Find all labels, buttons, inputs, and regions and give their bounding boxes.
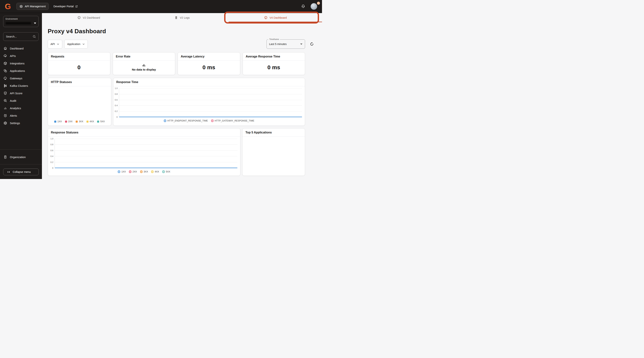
refresh-icon[interactable] — [310, 42, 314, 46]
developer-portal-link[interactable]: Developer Portal — [54, 5, 78, 8]
charts-row-1: HTTP Statuses 1XX2XX3XX4XX5XX Response T… — [48, 78, 305, 126]
avatar-wrap — [311, 3, 317, 10]
legend-item-http_gateway_response_time[interactable]: HTTP_GATEWAY_RESPONSE_TIME — [211, 119, 254, 122]
collapse-menu-button[interactable]: Collapse menu — [3, 168, 39, 175]
sidebar-item-settings[interactable]: Settings — [0, 119, 42, 127]
sidebar-item-integrations[interactable]: Integrations — [0, 60, 42, 67]
environment-select[interactable]: Environment — [3, 16, 38, 27]
requests-value: 0 — [48, 61, 110, 74]
timeframe-select[interactable]: Timeframe Last 5 minutes — [266, 39, 305, 49]
legend-swatch — [162, 170, 165, 173]
legend-swatch — [140, 170, 142, 173]
response-time-legend: HTTP_ENDPOINT_RESPONSE_TIMEHTTP_GATEWAY_… — [113, 119, 305, 122]
sidebar-item-kafka-clusters[interactable]: Kafka Clusters — [0, 82, 42, 89]
svg-text:G: G — [5, 2, 11, 11]
legend-label: HTTP_ENDPOINT_RESPONSE_TIME — [167, 119, 208, 122]
legend-label: 3XX — [144, 170, 148, 173]
chevron-down-icon — [57, 43, 60, 46]
notifications-bell-icon[interactable] — [301, 4, 306, 9]
developer-portal-label: Developer Portal — [54, 5, 74, 8]
sidebar-item-analytics[interactable]: Analytics — [0, 104, 42, 112]
sidebar-item-api-score[interactable]: API Score — [0, 89, 42, 97]
tab-label: V4 Dashboard — [270, 16, 287, 19]
sidebar-item-label: Audit — [10, 99, 16, 102]
response-statuses-chart: 1.00.80.60.40.20 — [49, 139, 238, 168]
gridline — [55, 150, 238, 151]
sidebar-item-alerts[interactable]: Alerts — [0, 112, 42, 119]
sidebar-item-label: Integrations — [10, 62, 24, 65]
legend-swatch — [86, 121, 88, 123]
stat-cards-row: Requests 0 Error Rate — [48, 52, 305, 75]
top-5-applications-card: Top 5 Applications — [242, 128, 305, 176]
legend-item-5xx[interactable]: 5XX — [97, 120, 105, 123]
sidebar-item-audit[interactable]: Audit — [0, 97, 42, 104]
timeframe-label: Timeframe — [268, 38, 280, 40]
y-tick-label: 1.0 — [115, 87, 118, 89]
sidebar-item-dashboard[interactable]: Dashboard — [0, 45, 42, 52]
shield-check-icon — [3, 91, 7, 95]
sidebar-item-label: Gateways — [10, 77, 22, 80]
gauge-icon — [264, 16, 268, 20]
gridline — [55, 139, 238, 139]
card-title: Top 5 Applications — [242, 128, 305, 137]
tab-v2-dashboard[interactable]: V2 Dashboard — [42, 13, 135, 22]
legend-item-1xx[interactable]: 1XX — [54, 120, 62, 123]
average-latency-value: 0 ms — [178, 61, 240, 74]
legend-swatch — [118, 170, 120, 173]
sidebar-item-organization[interactable]: Organization — [0, 153, 42, 161]
legend-swatch — [211, 119, 214, 122]
dashboard-tabbar: V2 DashboardV2 LogsV4 Dashboard — [42, 13, 322, 22]
legend-item-4xx[interactable]: 4XX — [151, 170, 159, 173]
sidebar-item-label: API Score — [10, 92, 22, 95]
application-filter-dropdown[interactable]: Application — [64, 40, 88, 49]
http-statuses-card: HTTP Statuses 1XX2XX3XX4XX5XX — [48, 78, 111, 126]
requests-card: Requests 0 — [48, 52, 110, 75]
legend-label: 1XX — [121, 170, 126, 173]
main-content: Proxy v4 Dashboard API Application Timef… — [42, 22, 322, 179]
gridline — [119, 105, 302, 106]
legend-item-3xx[interactable]: 3XX — [140, 170, 148, 173]
gravitee-logo[interactable]: G — [5, 2, 12, 11]
timeframe-value: Last 5 minutes — [269, 43, 286, 46]
legend-item-4xx[interactable]: 4XX — [86, 120, 94, 123]
kafka-icon — [3, 84, 7, 88]
api-management-button[interactable]: API Management — [16, 3, 49, 10]
gridline — [119, 100, 302, 100]
sidebar: Environment DashboardAPIsIntegrationsApp… — [0, 13, 42, 179]
legend-item-2xx[interactable]: 2XX — [129, 170, 137, 173]
user-avatar[interactable] — [311, 3, 317, 10]
legend-item-http_endpoint_response_time[interactable]: HTTP_ENDPOINT_RESPONSE_TIME — [164, 119, 208, 122]
gear-icon — [3, 121, 7, 125]
sidebar-item-apis[interactable]: APIs — [0, 52, 42, 60]
search-icon[interactable] — [32, 35, 36, 39]
legend-item-5xx[interactable]: 5XX — [162, 170, 170, 173]
building-icon — [3, 155, 7, 159]
response-statuses-legend: 1XX2XX3XX4XX5XX — [48, 170, 240, 173]
sidebar-item-label: Kafka Clusters — [10, 84, 28, 87]
sidebar-item-gateways[interactable]: Gateways — [0, 74, 42, 82]
bar-chart-icon — [3, 106, 7, 110]
legend-item-1xx[interactable]: 1XX — [118, 170, 126, 173]
y-tick-label: 0.2 — [115, 110, 118, 112]
cloud-gear-icon — [3, 54, 7, 58]
plot-area — [119, 88, 302, 117]
legend-item-2xx[interactable]: 2XX — [65, 120, 73, 123]
tab-v4-dashboard[interactable]: V4 Dashboard — [229, 13, 322, 22]
search-input[interactable] — [6, 35, 32, 38]
api-management-label: API Management — [25, 5, 46, 8]
response-time-card: Response Time 1.00.80.60.40.20 HTTP_ENDP… — [113, 78, 305, 126]
presence-dot — [317, 2, 320, 5]
legend-swatch — [151, 170, 154, 173]
sidebar-item-label: Analytics — [10, 107, 21, 110]
environment-value-redacted — [6, 22, 31, 25]
alarm-clock-icon — [3, 114, 7, 118]
tab-v2-logs[interactable]: V2 Logs — [135, 13, 229, 22]
series-line-zero — [55, 168, 238, 168]
legend-swatch — [164, 119, 166, 122]
legend-label: 4XX — [90, 120, 94, 123]
legend-swatch — [97, 121, 99, 123]
legend-item-3xx[interactable]: 3XX — [76, 120, 83, 123]
sidebar-item-applications[interactable]: Applications — [0, 67, 42, 74]
api-filter-dropdown[interactable]: API — [48, 40, 62, 49]
gridline — [119, 111, 302, 111]
